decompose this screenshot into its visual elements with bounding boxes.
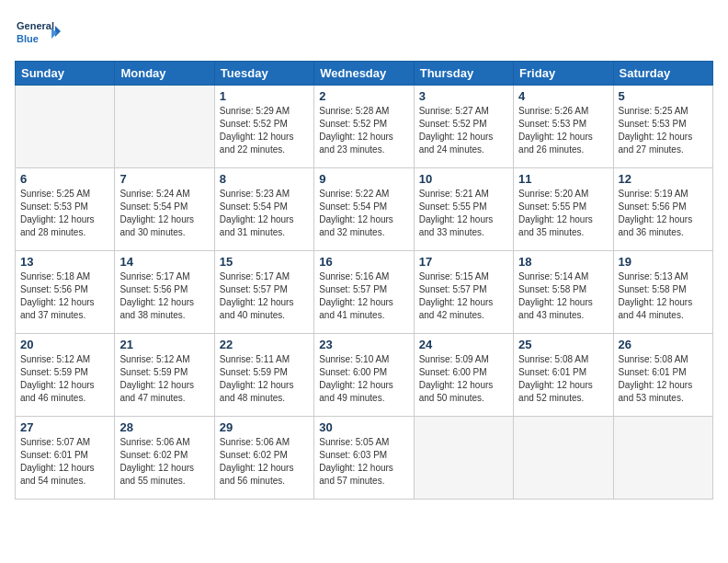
calendar-cell: 23Sunrise: 5:10 AMSunset: 6:00 PMDayligh… — [314, 334, 414, 417]
calendar-cell: 13Sunrise: 5:18 AMSunset: 5:56 PMDayligh… — [16, 251, 115, 334]
day-number: 16 — [319, 255, 408, 269]
day-info: Sunrise: 5:16 AMSunset: 5:57 PMDaylight:… — [319, 270, 408, 322]
day-info: Sunrise: 5:11 AMSunset: 5:59 PMDaylight:… — [220, 353, 309, 405]
day-number: 30 — [319, 420, 408, 434]
day-number: 22 — [220, 338, 309, 351]
day-number: 10 — [419, 172, 508, 186]
day-number: 28 — [119, 420, 209, 434]
calendar-cell: 2Sunrise: 5:28 AMSunset: 5:52 PMDaylight… — [314, 86, 414, 168]
logo-svg: General Blue — [15, 15, 61, 52]
day-info: Sunrise: 5:14 AMSunset: 5:58 PMDaylight:… — [518, 270, 608, 322]
day-number: 21 — [119, 338, 209, 351]
day-info: Sunrise: 5:20 AMSunset: 5:55 PMDaylight:… — [518, 188, 608, 239]
day-number: 8 — [220, 172, 309, 186]
calendar-cell: 12Sunrise: 5:19 AMSunset: 5:56 PMDayligh… — [613, 168, 712, 251]
weekday-header-row: SundayMondayTuesdayWednesdayThursdayFrid… — [16, 62, 713, 86]
day-info: Sunrise: 5:26 AMSunset: 5:53 PMDaylight:… — [518, 105, 608, 156]
calendar-cell: 17Sunrise: 5:15 AMSunset: 5:57 PMDayligh… — [414, 251, 513, 334]
calendar-cell: 25Sunrise: 5:08 AMSunset: 6:01 PMDayligh… — [514, 334, 613, 417]
calendar-cell: 11Sunrise: 5:20 AMSunset: 5:55 PMDayligh… — [514, 168, 613, 251]
calendar-cell: 14Sunrise: 5:17 AMSunset: 5:56 PMDayligh… — [115, 251, 214, 334]
day-info: Sunrise: 5:08 AMSunset: 6:01 PMDaylight:… — [518, 353, 608, 405]
day-info: Sunrise: 5:28 AMSunset: 5:52 PMDaylight:… — [319, 105, 408, 156]
day-number: 19 — [619, 255, 708, 269]
calendar-cell: 21Sunrise: 5:12 AMSunset: 5:59 PMDayligh… — [115, 334, 214, 417]
day-number: 7 — [119, 172, 209, 186]
day-info: Sunrise: 5:09 AMSunset: 6:00 PMDaylight:… — [419, 353, 508, 405]
calendar-cell — [414, 417, 513, 500]
day-info: Sunrise: 5:15 AMSunset: 5:57 PMDaylight:… — [419, 270, 508, 322]
day-number: 23 — [319, 338, 408, 351]
calendar-cell — [613, 417, 712, 500]
calendar-cell: 30Sunrise: 5:05 AMSunset: 6:03 PMDayligh… — [314, 417, 414, 500]
calendar-cell: 24Sunrise: 5:09 AMSunset: 6:00 PMDayligh… — [414, 334, 513, 417]
day-number: 11 — [518, 172, 608, 186]
weekday-header: Saturday — [613, 62, 712, 86]
day-info: Sunrise: 5:05 AMSunset: 6:03 PMDaylight:… — [319, 436, 408, 488]
page-header: General Blue — [15, 15, 713, 52]
day-info: Sunrise: 5:25 AMSunset: 5:53 PMDaylight:… — [619, 105, 708, 156]
weekday-header: Monday — [115, 62, 214, 86]
calendar-cell: 15Sunrise: 5:17 AMSunset: 5:57 PMDayligh… — [214, 251, 313, 334]
calendar-table: SundayMondayTuesdayWednesdayThursdayFrid… — [15, 61, 713, 500]
week-row: 13Sunrise: 5:18 AMSunset: 5:56 PMDayligh… — [16, 251, 713, 334]
day-number: 4 — [518, 89, 608, 103]
week-row: 6Sunrise: 5:25 AMSunset: 5:53 PMDaylight… — [16, 168, 713, 251]
calendar-cell: 19Sunrise: 5:13 AMSunset: 5:58 PMDayligh… — [613, 251, 712, 334]
day-info: Sunrise: 5:27 AMSunset: 5:52 PMDaylight:… — [419, 105, 508, 156]
day-info: Sunrise: 5:21 AMSunset: 5:55 PMDaylight:… — [419, 188, 508, 239]
day-info: Sunrise: 5:12 AMSunset: 5:59 PMDaylight:… — [119, 353, 209, 405]
day-info: Sunrise: 5:29 AMSunset: 5:52 PMDaylight:… — [220, 105, 309, 156]
day-number: 2 — [319, 89, 408, 103]
svg-text:General: General — [17, 20, 54, 31]
day-info: Sunrise: 5:10 AMSunset: 6:00 PMDaylight:… — [319, 353, 408, 405]
day-info: Sunrise: 5:07 AMSunset: 6:01 PMDaylight:… — [20, 436, 109, 488]
day-number: 15 — [220, 255, 309, 269]
calendar-cell — [115, 86, 214, 168]
week-row: 27Sunrise: 5:07 AMSunset: 6:01 PMDayligh… — [16, 417, 713, 500]
calendar-cell: 27Sunrise: 5:07 AMSunset: 6:01 PMDayligh… — [16, 417, 115, 500]
calendar-cell: 9Sunrise: 5:22 AMSunset: 5:54 PMDaylight… — [314, 168, 414, 251]
day-number: 29 — [220, 420, 309, 434]
day-info: Sunrise: 5:18 AMSunset: 5:56 PMDaylight:… — [20, 270, 109, 322]
calendar-cell: 22Sunrise: 5:11 AMSunset: 5:59 PMDayligh… — [214, 334, 313, 417]
calendar-cell — [16, 86, 115, 168]
weekday-header: Thursday — [414, 62, 513, 86]
day-info: Sunrise: 5:17 AMSunset: 5:56 PMDaylight:… — [119, 270, 209, 322]
day-info: Sunrise: 5:22 AMSunset: 5:54 PMDaylight:… — [319, 188, 408, 239]
day-info: Sunrise: 5:24 AMSunset: 5:54 PMDaylight:… — [119, 188, 209, 239]
calendar-cell: 18Sunrise: 5:14 AMSunset: 5:58 PMDayligh… — [514, 251, 613, 334]
day-number: 1 — [220, 89, 309, 103]
day-info: Sunrise: 5:13 AMSunset: 5:58 PMDaylight:… — [619, 270, 708, 322]
day-number: 18 — [518, 255, 608, 269]
day-info: Sunrise: 5:23 AMSunset: 5:54 PMDaylight:… — [220, 188, 309, 239]
day-number: 25 — [518, 338, 608, 351]
calendar-cell — [514, 417, 613, 500]
logo: General Blue — [15, 15, 61, 52]
day-number: 3 — [419, 89, 508, 103]
calendar-cell: 4Sunrise: 5:26 AMSunset: 5:53 PMDaylight… — [514, 86, 613, 168]
weekday-header: Friday — [514, 62, 613, 86]
week-row: 20Sunrise: 5:12 AMSunset: 5:59 PMDayligh… — [16, 334, 713, 417]
day-info: Sunrise: 5:19 AMSunset: 5:56 PMDaylight:… — [619, 188, 708, 239]
day-info: Sunrise: 5:25 AMSunset: 5:53 PMDaylight:… — [20, 188, 109, 239]
calendar-cell: 8Sunrise: 5:23 AMSunset: 5:54 PMDaylight… — [214, 168, 313, 251]
calendar-cell: 7Sunrise: 5:24 AMSunset: 5:54 PMDaylight… — [115, 168, 214, 251]
day-number: 5 — [619, 89, 708, 103]
day-info: Sunrise: 5:17 AMSunset: 5:57 PMDaylight:… — [220, 270, 309, 322]
day-number: 13 — [20, 255, 109, 269]
day-number: 12 — [619, 172, 708, 186]
calendar-cell: 26Sunrise: 5:08 AMSunset: 6:01 PMDayligh… — [613, 334, 712, 417]
day-number: 6 — [20, 172, 109, 186]
calendar-cell: 16Sunrise: 5:16 AMSunset: 5:57 PMDayligh… — [314, 251, 414, 334]
day-number: 20 — [20, 338, 109, 351]
svg-text:Blue: Blue — [17, 33, 39, 44]
calendar-cell: 5Sunrise: 5:25 AMSunset: 5:53 PMDaylight… — [613, 86, 712, 168]
day-number: 9 — [319, 172, 408, 186]
calendar-cell: 3Sunrise: 5:27 AMSunset: 5:52 PMDaylight… — [414, 86, 513, 168]
calendar-cell: 28Sunrise: 5:06 AMSunset: 6:02 PMDayligh… — [115, 417, 214, 500]
day-number: 24 — [419, 338, 508, 351]
day-number: 27 — [20, 420, 109, 434]
calendar-cell: 1Sunrise: 5:29 AMSunset: 5:52 PMDaylight… — [214, 86, 313, 168]
calendar-cell: 29Sunrise: 5:06 AMSunset: 6:02 PMDayligh… — [214, 417, 313, 500]
